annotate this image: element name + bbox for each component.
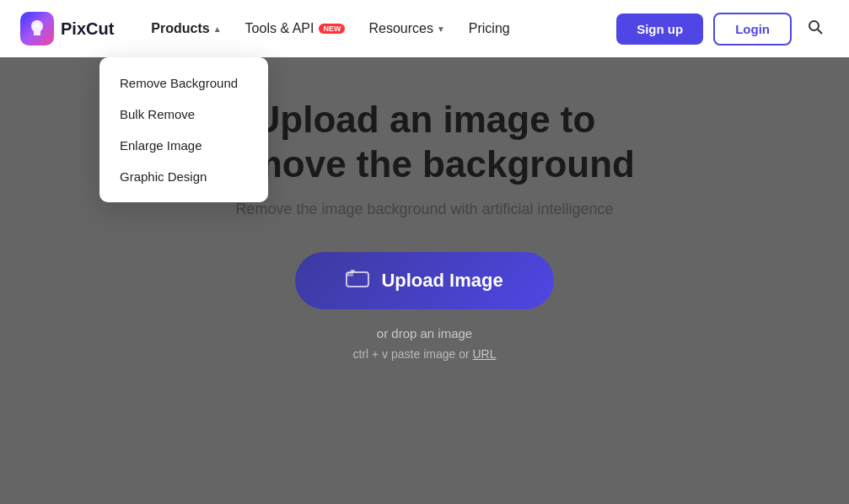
svg-rect-4 [347, 272, 353, 276]
tools-label: Tools & API [245, 21, 314, 36]
upload-icon [346, 269, 369, 292]
dropdown-item-remove-bg[interactable]: Remove Background [99, 67, 268, 99]
resources-label: Resources [368, 21, 433, 36]
dropdown-item-enlarge[interactable]: Enlarge Image [99, 130, 268, 161]
nav-products[interactable]: Products ▲ [141, 14, 231, 43]
upload-button-label: Upload Image [381, 270, 502, 292]
nav-pricing[interactable]: Pricing [459, 14, 520, 43]
svg-point-0 [35, 24, 40, 29]
products-label: Products [151, 21, 209, 36]
products-chevron: ▲ [213, 24, 222, 34]
resources-chevron: ▼ [437, 24, 445, 34]
pricing-label: Pricing [469, 21, 510, 36]
search-icon [807, 19, 824, 35]
drop-text: or drop an image [377, 326, 472, 340]
dropdown-item-bulk-remove[interactable]: Bulk Remove [99, 99, 268, 130]
nav-resources[interactable]: Resources ▼ [358, 14, 454, 43]
login-button[interactable]: Login [713, 13, 792, 46]
url-link[interactable]: URL [473, 347, 497, 361]
nav-right: Sign up Login [616, 13, 829, 46]
nav-items: Products ▲ Tools & API NEW Resources ▼ P… [141, 14, 616, 43]
svg-point-1 [809, 21, 819, 30]
hero-title: Upload an image to remove the background [214, 98, 635, 187]
tools-badge: NEW [319, 24, 345, 34]
nav-tools[interactable]: Tools & API NEW [235, 14, 356, 43]
ctrl-text: ctrl + v paste image or URL [352, 347, 496, 361]
svg-line-2 [818, 29, 822, 34]
upload-button[interactable]: Upload Image [295, 252, 553, 309]
dropdown-item-graphic-design[interactable]: Graphic Design [99, 161, 268, 192]
products-dropdown: Remove Background Bulk Remove Enlarge Im… [99, 57, 268, 202]
brand-name: PixCut [61, 19, 114, 39]
logo-icon [20, 12, 54, 46]
logo-area[interactable]: PixCut [20, 12, 114, 46]
signup-button[interactable]: Sign up [616, 13, 703, 45]
search-button[interactable] [802, 13, 829, 45]
hero-subtitle: Remove the image background with artific… [235, 201, 613, 218]
navbar: PixCut Products ▲ Tools & API NEW Resour… [0, 0, 849, 57]
